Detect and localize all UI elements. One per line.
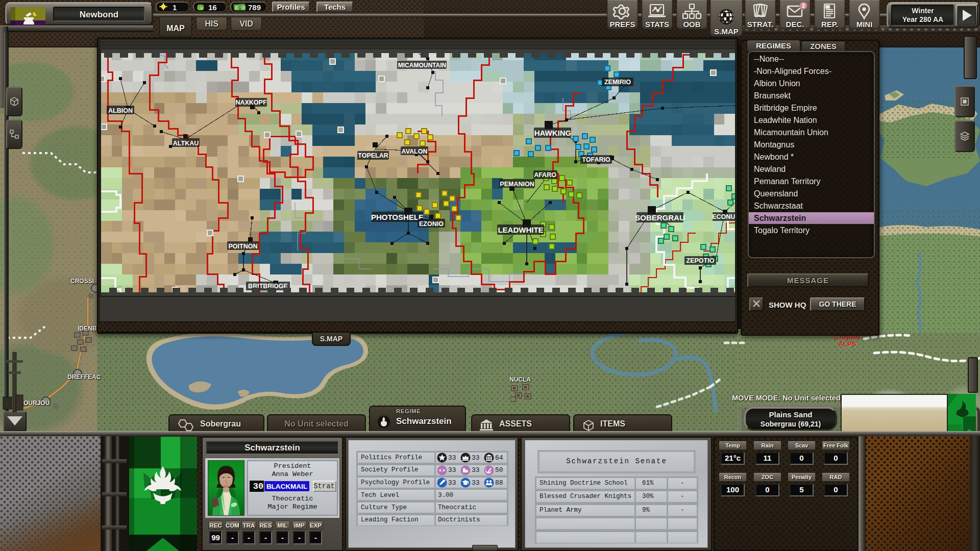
svg-text:ALTKAU: ALTKAU <box>173 140 199 147</box>
svg-text:SOBERGRAU: SOBERGRAU <box>635 213 685 222</box>
svg-text:POITNON: POITNON <box>229 243 258 250</box>
svg-text:$: $ <box>239 6 241 10</box>
svg-text:TOPELAR: TOPELAR <box>358 152 388 159</box>
svg-text:PEMANION: PEMANION <box>500 181 534 188</box>
svg-text:ALBION: ALBION <box>108 107 133 114</box>
svg-text:PHOTOSHELF: PHOTOSHELF <box>371 213 423 221</box>
svg-text:EZONIO: EZONIO <box>419 220 444 228</box>
svg-text:ZEPOTIO: ZEPOTIO <box>687 257 715 264</box>
svg-text:ECONUM: ECONUM <box>712 213 735 220</box>
svg-text:AFARO: AFARO <box>534 171 556 179</box>
svg-text:LEADWHITE: LEADWHITE <box>498 226 543 234</box>
svg-text:NAXKOPF: NAXKOPF <box>235 99 266 106</box>
svg-text:AVALON: AVALON <box>402 148 428 155</box>
svg-text:TOFARIO: TOFARIO <box>582 156 610 163</box>
svg-text:ZEMIRIO: ZEMIRIO <box>604 79 631 86</box>
svg-text:MICAMOUNTAIN: MICAMOUNTAIN <box>398 62 446 69</box>
svg-text:HAWKING: HAWKING <box>534 129 572 137</box>
